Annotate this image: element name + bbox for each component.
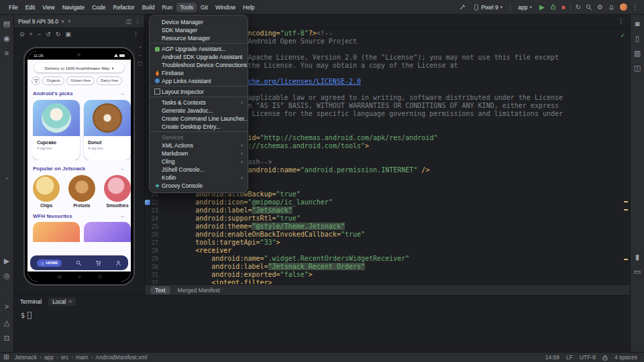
code-line[interactable]: 28 <receiver [145, 247, 630, 255]
controls-more-icon[interactable]: ⋮ [133, 31, 139, 38]
code-line[interactable]: 29 android:name=".widget.RecentOrdersWid… [145, 255, 630, 263]
breadcrumb-item[interactable]: src [54, 354, 68, 361]
volume-down-icon[interactable]: − [38, 31, 41, 38]
snack-card[interactable]: Donut A tag line [84, 100, 131, 160]
file-encoding[interactable]: UTF-8 [580, 354, 596, 361]
nav-home-button[interactable]: ⌂ HOME [37, 259, 62, 267]
lock-icon[interactable] [602, 355, 608, 361]
menu-item[interactable]: Edit [22, 3, 39, 12]
services-tool-icon[interactable]: ⊡ [3, 335, 9, 342]
popular-item[interactable]: Chips [33, 175, 60, 208]
android-back-button[interactable]: ◁ [57, 274, 60, 280]
code-line[interactable]: 31 android:exported="false"> [145, 271, 630, 279]
stop-button[interactable]: ■ [561, 4, 566, 11]
tools-menu-item[interactable]: XML Actions [150, 141, 248, 149]
code-line[interactable]: 26 android:enableOnBackInvokedCallback="… [145, 231, 630, 239]
code-line[interactable]: 23 android:label="Jetsnack" [145, 206, 630, 215]
tools-menu-item[interactable]: Groovy Console [150, 182, 248, 190]
menu-item[interactable]: File [5, 3, 21, 12]
menu-item[interactable]: Help [239, 3, 258, 12]
menu-item[interactable]: Refactor [110, 3, 138, 12]
terminal-tab[interactable]: Local × [48, 298, 76, 306]
project-icon[interactable]: ▤ [3, 20, 10, 27]
run-tool-icon[interactable]: ▶ [4, 257, 9, 265]
tools-menu-item[interactable]: App Links Assistant [150, 77, 248, 86]
screenshot-icon[interactable]: ▣ [65, 31, 71, 38]
menu-item[interactable]: Tools [176, 3, 197, 12]
arrow-left-icon[interactable]: ← [120, 90, 125, 97]
code-line[interactable]: 32 <intent-filter> [145, 279, 630, 284]
commit-icon[interactable]: ◉ [3, 35, 10, 42]
close-icon[interactable]: × [68, 298, 72, 304]
zoom-in-icon[interactable]: + [139, 44, 142, 50]
nav-cart-button[interactable] [95, 260, 101, 266]
snack-card[interactable]: Cupcake A tag line [33, 100, 80, 160]
sync-icon[interactable]: ↻ [576, 4, 581, 11]
code-line[interactable]: 22 android:icon="@mipmap/ic_launcher" [145, 198, 630, 206]
device-selector[interactable]: Pixel 9 ▾ [471, 3, 505, 11]
inspections-ok-icon[interactable]: ✓ [620, 32, 625, 39]
menu-item[interactable]: Code [89, 3, 109, 12]
tools-menu-item[interactable]: Troubleshoot Device Connections [150, 61, 248, 69]
tools-menu-item[interactable]: SDK Manager [150, 26, 248, 34]
zoom-fit-icon[interactable]: ▢ [138, 60, 143, 66]
menu-item[interactable]: Window [212, 3, 239, 12]
breadcrumb-item[interactable]: Jetsnack [14, 354, 37, 361]
close-icon[interactable]: × [61, 18, 64, 25]
terminal-output[interactable]: $ [14, 307, 630, 324]
debug-button[interactable] [549, 3, 557, 11]
tools-menu-item[interactable]: Markdown [150, 149, 248, 158]
rotate-right-icon[interactable]: ↻ [56, 31, 61, 38]
arrow-left-icon[interactable]: ← [120, 213, 125, 219]
filter-option-chip[interactable]: Organic [42, 76, 64, 85]
zoom-out-icon[interactable]: − [139, 52, 142, 58]
expand-chevron-icon[interactable]: › [6, 176, 8, 182]
split-panel-icon[interactable]: ◫ [125, 18, 131, 25]
quick-access-grid-icon[interactable]: ⊞ [3, 354, 9, 361]
menu-item[interactable]: Git [197, 3, 211, 12]
device-manager-icon[interactable]: ▯ [635, 35, 639, 42]
delivery-address-pill[interactable]: Delivery to 1600 Amphitheater Way ▾ [34, 63, 124, 72]
user-avatar[interactable] [620, 3, 627, 11]
tools-menu-item[interactable]: Create Desktop Entry... [150, 123, 248, 132]
add-device-tab-icon[interactable]: + [68, 18, 71, 25]
popular-item[interactable]: Smoothies [104, 175, 131, 208]
device-screen[interactable]: 11:26 Delivery to 1600 Amphitheater Way … [28, 51, 131, 282]
tools-menu-item[interactable]: Cling [150, 158, 248, 166]
wfh-card[interactable] [33, 222, 80, 242]
structure-icon[interactable]: ≡ [5, 50, 9, 57]
tools-menu-item[interactable]: Device Manager [150, 18, 248, 26]
tools-menu-item[interactable]: Android SDK Upgrade Assistant [150, 53, 248, 61]
emulator-icon[interactable]: ▭ [634, 268, 641, 276]
power-button-icon[interactable]: ⊙ [19, 31, 25, 38]
settings-gear-icon[interactable]: ⚙ [597, 4, 603, 11]
tools-menu-item[interactable]: Create Command Line Launcher... [150, 115, 248, 123]
menu-item[interactable]: Run [159, 3, 176, 12]
tools-menu-item[interactable]: Generate Javadoc... [150, 107, 248, 115]
filter-option-chip[interactable]: Gluten-free [66, 76, 95, 85]
wfh-card[interactable] [84, 222, 131, 242]
rotate-left-icon[interactable]: ↺ [46, 31, 51, 38]
breadcrumb-item[interactable]: main [68, 354, 88, 361]
running-devices-icon[interactable]: ▮ [635, 253, 639, 261]
tools-menu-item[interactable]: Firebase [150, 69, 248, 77]
nav-profile-button[interactable] [115, 260, 121, 266]
code-line[interactable]: 30 android:label="Jetsnack Recent Orders… [145, 263, 630, 271]
filter-option-chip[interactable]: Dairy-free [97, 76, 122, 85]
device-tab[interactable]: Pixel 9 API 36.0 × [18, 18, 64, 25]
manifest-view-tab[interactable]: Text [150, 286, 170, 294]
android-recents-button[interactable]: □ [99, 274, 101, 279]
run-button[interactable]: ▶ [539, 4, 545, 11]
tools-menu-item[interactable]: Resource Manager [150, 34, 248, 44]
breadcrumb-item[interactable]: app [37, 354, 54, 361]
tools-menu-item[interactable]: AGP Upgrade Assistant... [150, 45, 248, 53]
tools-menu-item[interactable]: Layout Inspector [150, 88, 248, 97]
android-home-button[interactable]: ○ [78, 274, 80, 279]
manifest-view-tab[interactable]: Merged Manifest [173, 286, 225, 294]
panel-options-icon[interactable]: ⋮ [135, 18, 141, 25]
arrow-left-icon[interactable]: ← [120, 166, 125, 172]
build-hammer-icon[interactable] [459, 3, 466, 11]
code-line[interactable]: 27 tools:targetApi="33"> [145, 239, 630, 247]
volume-up-icon[interactable]: + [30, 31, 33, 38]
filters-button[interactable] [32, 76, 40, 85]
